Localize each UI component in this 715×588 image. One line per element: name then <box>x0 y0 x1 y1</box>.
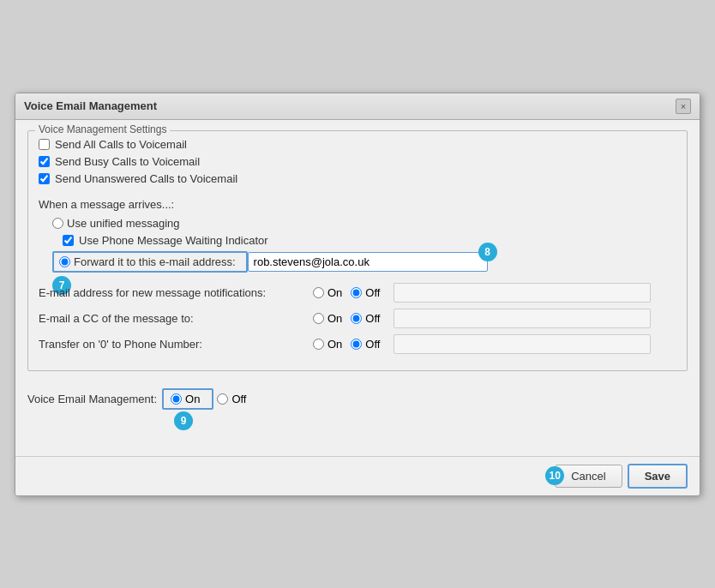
use-unified-row: Use unified messaging <box>39 217 676 230</box>
transfer-label: Transfer on '0' to Phone Number: <box>39 338 313 351</box>
cancel-button[interactable]: Cancel <box>555 465 622 488</box>
send-all-calls-checkbox[interactable] <box>39 139 50 150</box>
on-off-box: On 9 <box>162 388 213 410</box>
use-unified-radio[interactable] <box>52 218 63 229</box>
bottom-bar: Cancel 10 Save <box>15 456 700 495</box>
notification-off-label: Off <box>351 286 380 299</box>
voice-management-fieldset: Voice Management Settings Send All Calls… <box>27 130 688 371</box>
on-label-cc: On <box>327 312 342 325</box>
badge-8: 8 <box>478 243 497 261</box>
forward-row: Forward it to this e-mail address: 7 8 <box>39 251 676 273</box>
notification-row: E-mail address for new message notificat… <box>39 283 676 303</box>
dialog-title: Voice Email Management <box>24 99 157 112</box>
notification-label: E-mail address for new message notificat… <box>39 286 313 299</box>
title-bar: Voice Email Management × <box>15 93 700 120</box>
use-unified-label: Use unified messaging <box>67 217 180 230</box>
on-label-transfer: On <box>327 338 342 351</box>
notification-on-radio[interactable] <box>313 287 324 298</box>
cc-on-label: On <box>313 312 342 325</box>
cc-off-label: Off <box>351 312 380 325</box>
notification-text-input[interactable] <box>394 283 651 303</box>
voice-email-mgmt-row: Voice Email Management: On 9 Off <box>27 381 688 444</box>
email-input[interactable] <box>248 252 488 272</box>
transfer-on-label: On <box>313 338 342 351</box>
voice-email-mgmt-label: Voice Email Management: <box>27 393 157 405</box>
phone-waiting-checkbox[interactable] <box>63 235 74 246</box>
transfer-on-radio[interactable] <box>313 339 324 350</box>
transfer-text-input[interactable] <box>394 334 651 354</box>
mgmt-on-radio[interactable] <box>171 393 182 405</box>
badge-9: 9 <box>174 411 193 430</box>
mgmt-off-text: Off <box>231 393 246 405</box>
transfer-off-radio[interactable] <box>351 339 362 350</box>
forward-box: Forward it to this e-mail address: 7 <box>52 251 248 273</box>
badge-10: 10 <box>545 466 564 485</box>
send-all-calls-row: Send All Calls to Voicemail <box>39 138 676 151</box>
off-label-notif: Off <box>365 286 380 299</box>
cc-off-radio[interactable] <box>351 313 362 324</box>
close-button[interactable]: × <box>676 99 691 114</box>
save-button[interactable]: Save <box>628 464 688 489</box>
when-arrives-label: When a message arrives...: <box>39 198 174 211</box>
on-label-notif: On <box>327 286 342 299</box>
forward-radio[interactable] <box>59 256 70 267</box>
when-arrives-row: When a message arrives...: <box>39 198 676 211</box>
mgmt-on-label: On <box>171 393 200 405</box>
dialog-body: Voice Management Settings Send All Calls… <box>15 120 700 453</box>
cc-on-radio[interactable] <box>313 313 324 324</box>
phone-waiting-row: Use Phone Message Waiting Indicator <box>39 234 676 247</box>
send-all-calls-label: Send All Calls to Voicemail <box>55 138 187 151</box>
send-unanswered-calls-row: Send Unanswered Calls to Voicemail <box>39 172 676 185</box>
forward-label: Forward it to this e-mail address: <box>74 255 236 268</box>
transfer-row: Transfer on '0' to Phone Number: On Off <box>39 334 676 354</box>
mgmt-off-label: Off <box>217 393 246 405</box>
send-busy-calls-row: Send Busy Calls to Voicemail <box>39 155 676 168</box>
phone-waiting-label: Use Phone Message Waiting Indicator <box>79 234 268 247</box>
send-unanswered-calls-checkbox[interactable] <box>39 173 50 184</box>
notification-on-label: On <box>313 286 342 299</box>
cc-label: E-mail a CC of the message to: <box>39 312 313 325</box>
send-unanswered-calls-label: Send Unanswered Calls to Voicemail <box>55 172 237 185</box>
mgmt-off-radio[interactable] <box>217 393 228 405</box>
dialog: Voice Email Management × Voice Managemen… <box>15 93 700 496</box>
off-label-cc: Off <box>365 312 380 325</box>
mgmt-on-text: On <box>185 393 200 405</box>
transfer-off-label: Off <box>351 338 380 351</box>
send-busy-calls-label: Send Busy Calls to Voicemail <box>55 155 200 168</box>
send-busy-calls-checkbox[interactable] <box>39 156 50 167</box>
fieldset-legend: Voice Management Settings <box>35 123 170 135</box>
notification-off-radio[interactable] <box>351 287 362 298</box>
off-label-transfer: Off <box>365 338 380 351</box>
cc-text-input[interactable] <box>394 309 651 328</box>
cc-row: E-mail a CC of the message to: On Off <box>39 309 676 328</box>
